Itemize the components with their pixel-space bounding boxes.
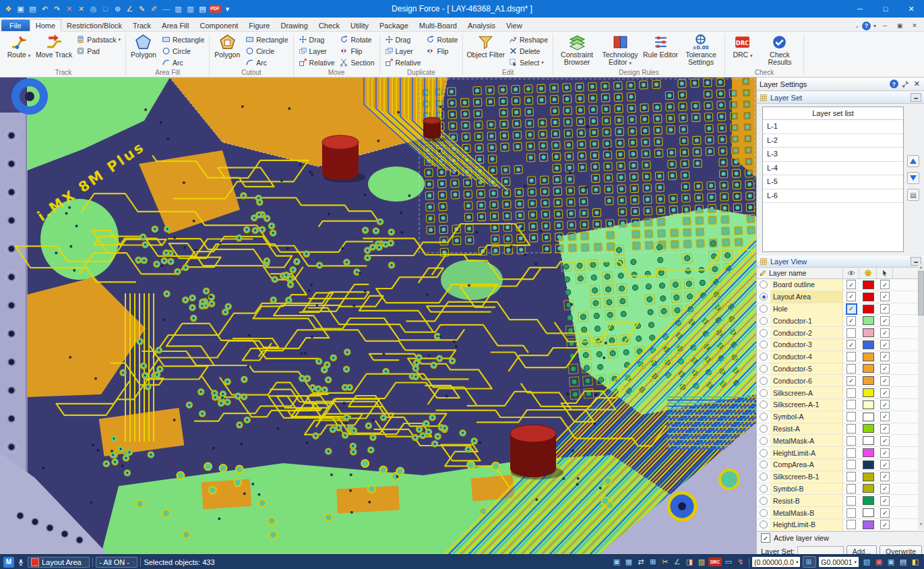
display-mode-icon[interactable]: ▦	[623, 557, 634, 568]
pad-button[interactable]: Pad	[73, 45, 123, 57]
layer-set-item-l-5[interactable]: L-5	[763, 175, 903, 189]
cutout-circle-button[interactable]: Circle	[243, 45, 290, 57]
layer-row-comparea-a[interactable]: CompArea-A✓	[757, 459, 918, 471]
move-section-button[interactable]: Section	[337, 57, 377, 68]
layer-set-item-l-3[interactable]: L-3	[763, 148, 903, 162]
layer-color-swatch[interactable]	[863, 496, 874, 505]
layer-select-checkbox[interactable]: ✓	[880, 508, 890, 518]
cut-plane-icon[interactable]: ✂	[660, 557, 671, 568]
qat-customize-icon[interactable]: ▾	[222, 3, 233, 15]
angle-measure-icon[interactable]: ∠	[124, 3, 135, 15]
layer-row-metalmask-a[interactable]: MetalMask-A✓	[757, 435, 918, 447]
tab-package[interactable]: Package	[374, 20, 414, 31]
layer-select-checkbox[interactable]: ✓	[880, 316, 890, 326]
board-flip-icon[interactable]: ⇄	[636, 557, 646, 568]
layer-color-swatch[interactable]	[863, 400, 874, 409]
align-grid-icon[interactable]: ⊞	[648, 557, 658, 568]
tab-home[interactable]: Home	[30, 19, 61, 32]
tolerance-settings-button[interactable]: Tolerance Settings	[679, 32, 722, 69]
window-cascade-icon[interactable]: ▥	[185, 3, 196, 15]
area-fill-arc-button[interactable]: Arc	[159, 57, 207, 68]
layer-select-checkbox[interactable]: ✓	[880, 424, 890, 433]
constraint-browser-button[interactable]: Constraint Browser	[555, 32, 598, 69]
layer-set-detail-button[interactable]: ▤	[907, 189, 919, 201]
layer-select-checkbox[interactable]: ✓	[880, 364, 890, 373]
pan-icon[interactable]: ⊕	[112, 3, 123, 15]
layer-view-scrollbar[interactable]: ▲ ▼	[918, 264, 924, 527]
active-layer-radio[interactable]	[760, 400, 768, 409]
layer-color-swatch[interactable]	[863, 340, 874, 349]
layer-set-section-header[interactable]: Layer Set ▬	[757, 91, 924, 104]
layer-select-checkbox[interactable]: ✓	[880, 280, 890, 289]
highlight-icon[interactable]: ✐	[148, 3, 160, 15]
duplicate-drag-button[interactable]: Drag	[382, 34, 424, 45]
active-layer-radio[interactable]	[760, 305, 768, 313]
layer-select-checkbox[interactable]: ✓	[880, 436, 890, 446]
layer-visible-checkbox[interactable]	[846, 484, 856, 493]
redo-icon[interactable]: ↷	[51, 3, 63, 15]
tab-track[interactable]: Track	[127, 20, 156, 31]
tab-view[interactable]: View	[501, 20, 528, 31]
layer-visible-checkbox[interactable]: ✓	[846, 376, 856, 386]
layer-row-conductor-5[interactable]: Conductor-5✓	[757, 363, 918, 376]
move-track-button[interactable]: Move Track	[34, 32, 73, 69]
layer-row-symbol-b[interactable]: Symbol-B✓	[757, 483, 918, 496]
monitor-icon[interactable]: ▭	[723, 557, 734, 568]
delete-button[interactable]: Delete	[506, 45, 551, 57]
net-highlight-icon[interactable]: ◨	[684, 557, 695, 568]
tab-file[interactable]: File	[1, 20, 30, 31]
layer-color-swatch[interactable]	[863, 353, 874, 361]
layer-visible-checkbox[interactable]: ✓	[846, 316, 856, 326]
layer-visible-checkbox[interactable]: ✓	[846, 292, 856, 301]
active-layer-radio[interactable]	[760, 293, 768, 301]
active-layer-radio[interactable]	[760, 353, 768, 361]
route-button[interactable]: Route ▾	[3, 32, 34, 69]
active-layer-radio[interactable]	[760, 377, 768, 385]
active-layer-radio[interactable]	[760, 509, 768, 517]
cutout-rectangle-button[interactable]: Rectangle	[243, 34, 290, 45]
scroll-down-icon[interactable]: ▼	[919, 521, 923, 527]
layer-color-swatch[interactable]	[863, 293, 874, 301]
move-layer-button[interactable]: Layer	[296, 45, 338, 57]
layer-visible-checkbox[interactable]	[846, 400, 856, 409]
layer-color-swatch[interactable]	[863, 473, 874, 481]
badge-red-icon[interactable]: ▣	[873, 557, 884, 568]
maximize-button[interactable]: □	[873, 0, 898, 18]
layer-row-silkscreen-b-1[interactable]: Silkscreen-B-1✓	[757, 471, 918, 483]
duplicate-flip-button[interactable]: Flip	[423, 45, 460, 57]
badge-blue-icon[interactable]: ▣	[886, 557, 896, 568]
active-layer-radio[interactable]	[760, 413, 768, 421]
layer-select-checkbox[interactable]: ✓	[880, 340, 890, 349]
layer-visible-checkbox[interactable]	[846, 520, 856, 529]
mode-m-icon[interactable]: M	[3, 557, 14, 568]
layer-select-checkbox[interactable]: ✓	[880, 472, 890, 481]
object-filter-button[interactable]: Object Filter	[465, 32, 506, 69]
undo-icon[interactable]: ↶	[39, 3, 51, 15]
layer-select-checkbox[interactable]: ✓	[880, 520, 890, 529]
tab-figure[interactable]: Figure	[243, 20, 275, 31]
layer-select-checkbox[interactable]: ✓	[880, 292, 890, 301]
tab-restriction-block[interactable]: Restriction/Block	[61, 20, 127, 31]
tab-area-fill[interactable]: Area Fill	[156, 20, 194, 31]
layer-row-conductor-3[interactable]: Conductor-3✓✓	[757, 339, 918, 351]
layer-row-resist-a[interactable]: Resist-A✓	[757, 423, 918, 436]
layer-color-swatch[interactable]	[863, 436, 874, 445]
layer-select-checkbox[interactable]: ✓	[880, 328, 890, 338]
panel-help-icon[interactable]: ?	[890, 80, 898, 88]
layer-visible-checkbox[interactable]	[846, 472, 856, 481]
layer-row-silkscreen-a-1[interactable]: Silkscreen-A-1✓	[757, 399, 918, 411]
select-button[interactable]: Select▾	[506, 57, 551, 68]
database-icon[interactable]: ▥	[696, 557, 707, 568]
layer-color-swatch[interactable]	[863, 376, 874, 385]
area-fill-polygon-button[interactable]: Polygon	[128, 32, 159, 69]
active-layer-radio[interactable]	[760, 485, 768, 493]
layer-row-conductor-4[interactable]: Conductor-4✓	[757, 351, 918, 363]
layer-row-conductor-6[interactable]: Conductor-6✓✓	[757, 375, 918, 387]
layer-visible-checkbox[interactable]	[846, 364, 856, 373]
technology-editor-button[interactable]: Technology Editor ▾	[598, 32, 642, 69]
scroll-up-icon[interactable]: ▲	[919, 264, 923, 270]
document-restore-icon[interactable]: ▣	[894, 20, 906, 31]
panel-pin-icon[interactable]	[901, 80, 910, 88]
active-layer-radio[interactable]	[760, 437, 768, 445]
layer-select-checkbox[interactable]: ✓	[880, 412, 890, 421]
